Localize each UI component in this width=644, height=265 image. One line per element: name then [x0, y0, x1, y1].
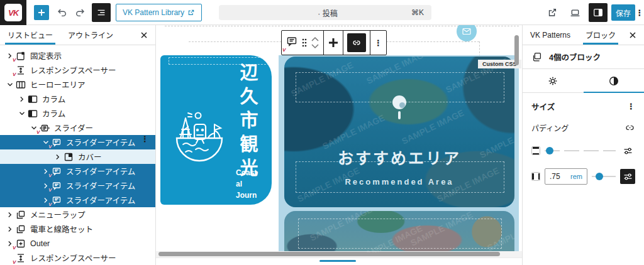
spacer-icon: V	[15, 65, 26, 75]
link-toolbar-cell	[343, 31, 370, 55]
inserter-toggle-button[interactable]	[34, 5, 49, 20]
link-button[interactable]	[347, 33, 366, 52]
unlink-sides-icon[interactable]	[625, 122, 635, 133]
tree-row-block[interactable]: カラム	[0, 106, 155, 121]
editor-options-button[interactable]: ⋮	[636, 5, 643, 20]
tree-row-block[interactable]: メニューラップ	[0, 207, 155, 222]
padding-vertical-slider[interactable]	[545, 147, 616, 154]
undo-button[interactable]	[54, 5, 69, 20]
vk-badge-icon: V	[13, 57, 16, 63]
tab-list-view[interactable]: リストビュー	[0, 25, 60, 45]
vk-badge-icon: V	[48, 173, 52, 178]
block-label: カラム	[42, 107, 65, 119]
slider-item-icon: V	[51, 137, 62, 148]
view-site-button[interactable]	[545, 5, 560, 20]
move-down-icon[interactable]	[311, 43, 319, 49]
tab-block[interactable]: ブロック	[578, 25, 623, 45]
block-options-button[interactable]: ⋮	[370, 31, 386, 55]
list-view-sidebar: リストビュー アウトライン V固定表示Vレスポンシブスペーサーヒーローエリアカラ…	[0, 25, 156, 265]
document-title-bar[interactable]: · 投稿 ⌘K	[219, 5, 431, 20]
tree-row-block[interactable]: Vスライダー	[0, 121, 155, 135]
padding-horizontal-custom-button[interactable]	[620, 169, 635, 184]
settings-adjust-icon	[623, 171, 633, 182]
expander-right-icon[interactable]	[5, 224, 15, 234]
command-shortcut: ⌘K	[411, 8, 431, 17]
slider-item-icon: V	[51, 195, 62, 205]
column-icon	[27, 108, 38, 119]
sidebar-toggle-icon	[592, 7, 604, 18]
canvas-horizontal-scrollbar-thumb[interactable]	[158, 252, 500, 256]
close-settings-button[interactable]	[626, 29, 639, 41]
save-button[interactable]: 保存	[611, 4, 635, 21]
size-options-button[interactable]: ⋮	[627, 105, 635, 108]
next-slide-image[interactable]: SAMPLE IMAGESAMPLE IMAGESAMPLE IMAGESAMP…	[284, 211, 514, 252]
tree-row-block[interactable]: Vレスポンシブスペーサー	[0, 63, 155, 77]
padding-vertical-custom-button[interactable]	[620, 143, 635, 158]
document-overview-button[interactable]	[92, 3, 111, 22]
block-label: 固定表示	[30, 50, 62, 62]
padding-label: パディング	[531, 122, 569, 133]
block-label: カバー	[78, 151, 102, 163]
move-up-icon[interactable]	[311, 36, 319, 42]
tab-vk-patterns[interactable]: VK Patterns	[523, 25, 578, 45]
padding-vertical-row	[531, 143, 635, 158]
expander-down-icon[interactable]	[17, 109, 27, 119]
tree-row-block[interactable]: Vスライダーアイテム⋮	[0, 135, 155, 149]
redo-button[interactable]	[73, 5, 88, 20]
tree-row-block[interactable]: Vレスポンシブスペーサー	[0, 251, 155, 265]
padding-value: .75	[550, 172, 570, 181]
padding-unit-select[interactable]: rem	[570, 173, 582, 180]
vk-logo-mark: VK	[4, 4, 22, 21]
canvas-vertical-scrollbar[interactable]	[514, 35, 519, 65]
expander-right-icon[interactable]	[53, 152, 63, 162]
add-slide-button[interactable]	[324, 31, 343, 55]
coastal-town-logo	[169, 105, 230, 168]
tab-styles[interactable]	[584, 69, 644, 92]
vk-pattern-library-button[interactable]: VK Pattern Library	[116, 4, 202, 21]
slide-heading[interactable]: おすすめエリア	[284, 146, 514, 168]
drag-handle-icon[interactable]	[301, 37, 308, 48]
padding-value-input[interactable]: .75 rem	[545, 168, 587, 185]
size-section: サイズ ⋮ パディング .75 rem	[523, 93, 644, 185]
block-type-button[interactable]: V	[286, 35, 298, 50]
close-list-view-button[interactable]	[138, 29, 150, 41]
tree-row-block[interactable]: Vスライダーアイテム	[0, 164, 155, 178]
tab-outline[interactable]: アウトライン	[60, 25, 121, 45]
spacer-icon: V	[15, 252, 26, 263]
tree-row-block[interactable]: V固定表示	[0, 48, 155, 63]
vk-pattern-library-label: VK Pattern Library	[123, 8, 184, 17]
padding-horizontal-icon	[531, 172, 540, 181]
tree-row-block[interactable]: 電車と線路セット	[0, 222, 155, 236]
panel-subtitle[interactable]: Coast al Journ	[236, 167, 257, 201]
tree-row-block[interactable]: カラム	[0, 92, 155, 106]
expander-right-icon[interactable]	[17, 94, 27, 104]
padding-horizontal-slider[interactable]	[592, 173, 616, 180]
tree-row-block[interactable]: カバー	[0, 149, 155, 164]
slider-item-icon: V	[51, 180, 62, 191]
settings-sidebar-tabs: VK Patterns ブロック	[523, 25, 644, 45]
tree-row-block[interactable]: Vスライダーアイテム	[0, 193, 155, 207]
cover-icon	[63, 151, 74, 162]
vk-logo[interactable]: VK	[0, 0, 26, 25]
tree-row-block[interactable]: ヒーローエリア	[0, 77, 155, 92]
tab-settings[interactable]	[523, 69, 584, 92]
contact-bubble-button[interactable]	[457, 25, 477, 41]
slide-title-panel[interactable]: 辺久市観光 Coast al Journ	[160, 55, 272, 205]
slide-subheading[interactable]: Recommended Area	[284, 177, 514, 187]
tree-row-block[interactable]: Vスライダーアイテム	[0, 178, 155, 193]
tree-row-block[interactable]: VOuter	[0, 236, 155, 251]
vk-badge-icon: V	[48, 144, 52, 149]
slider-item-icon	[286, 35, 298, 48]
group-icon	[15, 209, 26, 220]
block-label: スライダーアイテム	[66, 165, 135, 177]
slide-cover-image[interactable]: おすすめエリア Recommended Area SAMPLE IMAGESAM…	[284, 57, 514, 207]
expander-down-icon[interactable]	[5, 80, 15, 90]
expander-right-icon[interactable]	[5, 210, 15, 220]
block-options-icon[interactable]: ⋮	[141, 138, 149, 141]
vk-badge-icon: V	[48, 187, 52, 193]
preview-button[interactable]	[567, 5, 582, 20]
settings-sidebar-toggle-button[interactable]	[589, 3, 608, 22]
close-icon	[140, 31, 148, 39]
editor-canvas[interactable]: V ⋮	[156, 25, 522, 265]
block-toolbar: V ⋮	[281, 30, 387, 55]
